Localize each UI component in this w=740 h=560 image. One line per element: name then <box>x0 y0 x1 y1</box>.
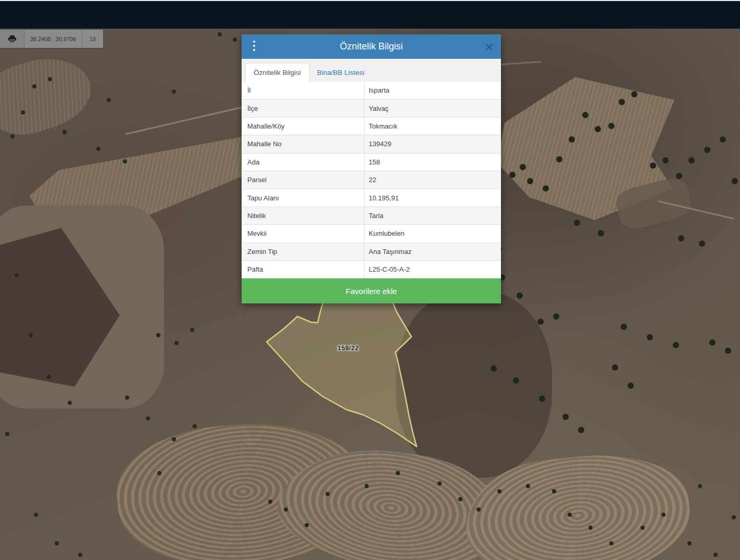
row-label: İlçe <box>242 99 365 117</box>
tab-oznitelik-bilgisi[interactable]: Öznitelik Bilgisi <box>245 63 309 82</box>
table-row: Ada 158 <box>242 154 501 171</box>
row-value: Ana Taşınmaz <box>365 248 501 256</box>
parcel-boundary-158-22[interactable] <box>267 298 417 447</box>
add-to-favorites-button[interactable]: Favorilere ekle <box>242 278 501 303</box>
row-label: Parsel <box>242 171 365 188</box>
row-label: Nitelik <box>242 207 365 224</box>
row-value: Tarla <box>365 212 501 220</box>
row-label: Zemin Tip <box>242 243 365 260</box>
print-button[interactable] <box>0 30 24 48</box>
row-value: Tokmacık <box>365 122 501 130</box>
row-value: 158 <box>365 158 501 166</box>
table-row: Mevkii Kumlubelen <box>242 225 501 243</box>
table-row: Pafta L25-C-05-A-2 <box>242 261 501 278</box>
row-label: Mahalle No <box>242 135 365 152</box>
row-label: Ada <box>242 154 365 171</box>
menu-dots-icon[interactable] <box>253 41 255 51</box>
map-toolbar: 38.2408 : 30.9706 18 <box>0 30 103 48</box>
attribute-info-dialog: Öznitelik Bilgisi ✕ Öznitelik Bilgisi Bi… <box>242 34 501 303</box>
dialog-title: Öznitelik Bilgisi <box>340 41 403 52</box>
tab-bina-bb-listesi[interactable]: Bina/BB Listesi <box>309 63 372 82</box>
zoom-level-display: 18 <box>82 30 103 48</box>
row-value: L25-C-05-A-2 <box>365 265 501 273</box>
dialog-tabs: Öznitelik Bilgisi Bina/BB Listesi <box>242 59 501 82</box>
row-label: Mevkii <box>242 225 365 242</box>
table-row: İl Isparta <box>242 82 501 99</box>
row-value: Isparta <box>365 86 501 94</box>
table-row: Zemin Tip Ana Taşınmaz <box>242 243 501 261</box>
row-value: 22 <box>365 176 501 184</box>
table-row: Parsel 22 <box>242 171 501 189</box>
table-row: Mahalle No 139429 <box>242 135 501 153</box>
app-header-bar <box>0 1 740 29</box>
attribute-table: İl Isparta İlçe Yalvaç Mahalle/Köy Tokma… <box>242 82 501 278</box>
table-row: Mahalle/Köy Tokmacık <box>242 118 501 135</box>
row-value: Yalvaç <box>365 105 501 112</box>
table-row: İlçe Yalvaç <box>242 99 501 117</box>
row-label: Tapu Alanı <box>242 189 365 206</box>
dialog-header: Öznitelik Bilgisi ✕ <box>242 34 501 59</box>
table-row: Tapu Alanı 10.195,91 <box>242 189 501 207</box>
row-value: 10.195,91 <box>365 194 501 202</box>
parcel-label: 158/22 <box>337 345 359 352</box>
close-icon[interactable]: ✕ <box>484 41 494 52</box>
table-row: Nitelik Tarla <box>242 207 501 225</box>
row-label: İl <box>242 82 365 99</box>
printer-icon <box>8 35 17 43</box>
coordinates-display: 38.2408 : 30.9706 <box>24 30 82 48</box>
row-value: 139429 <box>365 140 501 148</box>
row-value: Kumlubelen <box>365 230 501 237</box>
row-label: Pafta <box>242 261 365 278</box>
row-label: Mahalle/Köy <box>242 118 365 135</box>
